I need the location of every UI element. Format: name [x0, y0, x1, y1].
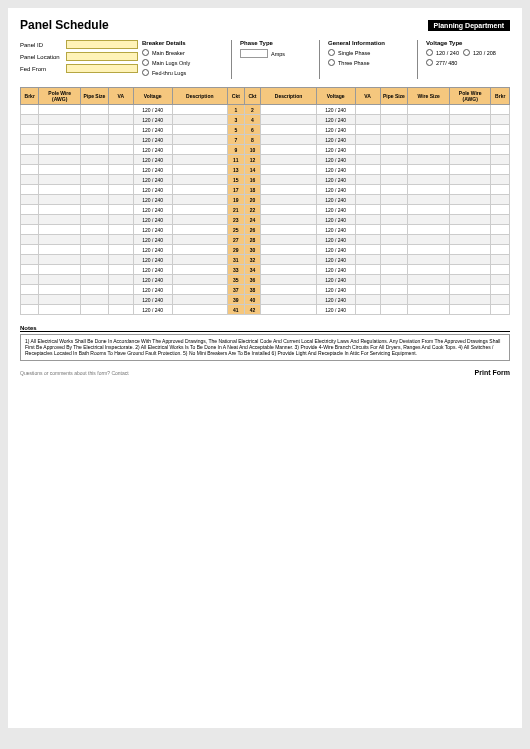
va-cell[interactable] — [108, 205, 133, 215]
brkr-cell[interactable] — [491, 285, 510, 295]
wire-cell[interactable] — [408, 125, 450, 135]
desc-cell[interactable] — [172, 125, 227, 135]
wire-cell[interactable] — [408, 105, 450, 115]
desc-cell[interactable] — [172, 165, 227, 175]
brkr-cell[interactable] — [491, 145, 510, 155]
volt-277-480-radio[interactable] — [426, 59, 433, 66]
pipe-cell[interactable] — [380, 255, 408, 265]
pipe-cell[interactable] — [380, 275, 408, 285]
panel-location-input[interactable] — [66, 52, 138, 61]
polewire-cell[interactable] — [449, 105, 491, 115]
brkr-cell[interactable] — [491, 155, 510, 165]
va-cell[interactable] — [108, 165, 133, 175]
va-cell[interactable] — [108, 115, 133, 125]
brkr-cell[interactable] — [21, 175, 39, 185]
polewire-cell[interactable] — [39, 215, 81, 225]
pipe-cell[interactable] — [81, 135, 109, 145]
polewire-cell[interactable] — [39, 155, 81, 165]
three-phase-radio[interactable] — [328, 59, 335, 66]
brkr-cell[interactable] — [491, 205, 510, 215]
volt-120-240-radio[interactable] — [426, 49, 433, 56]
polewire-cell[interactable] — [449, 255, 491, 265]
va-cell[interactable] — [355, 135, 380, 145]
polewire-cell[interactable] — [39, 225, 81, 235]
wire-cell[interactable] — [408, 305, 450, 315]
brkr-cell[interactable] — [21, 205, 39, 215]
polewire-cell[interactable] — [39, 145, 81, 155]
pipe-cell[interactable] — [81, 245, 109, 255]
wire-cell[interactable] — [408, 235, 450, 245]
polewire-cell[interactable] — [39, 265, 81, 275]
pipe-cell[interactable] — [380, 285, 408, 295]
brkr-cell[interactable] — [491, 255, 510, 265]
pipe-cell[interactable] — [81, 165, 109, 175]
brkr-cell[interactable] — [21, 145, 39, 155]
brkr-cell[interactable] — [491, 305, 510, 315]
polewire-cell[interactable] — [449, 155, 491, 165]
polewire-cell[interactable] — [449, 245, 491, 255]
pipe-cell[interactable] — [380, 135, 408, 145]
pipe-cell[interactable] — [380, 125, 408, 135]
polewire-cell[interactable] — [449, 125, 491, 135]
desc-cell[interactable] — [261, 195, 316, 205]
desc-cell[interactable] — [261, 135, 316, 145]
desc-cell[interactable] — [261, 175, 316, 185]
pipe-cell[interactable] — [380, 205, 408, 215]
brkr-cell[interactable] — [491, 125, 510, 135]
pipe-cell[interactable] — [81, 195, 109, 205]
wire-cell[interactable] — [408, 175, 450, 185]
wire-cell[interactable] — [408, 185, 450, 195]
desc-cell[interactable] — [261, 235, 316, 245]
desc-cell[interactable] — [172, 185, 227, 195]
pipe-cell[interactable] — [81, 235, 109, 245]
va-cell[interactable] — [108, 235, 133, 245]
va-cell[interactable] — [355, 255, 380, 265]
wire-cell[interactable] — [408, 205, 450, 215]
pipe-cell[interactable] — [81, 275, 109, 285]
brkr-cell[interactable] — [21, 255, 39, 265]
va-cell[interactable] — [355, 245, 380, 255]
pipe-cell[interactable] — [380, 165, 408, 175]
desc-cell[interactable] — [261, 145, 316, 155]
polewire-cell[interactable] — [449, 235, 491, 245]
va-cell[interactable] — [108, 145, 133, 155]
va-cell[interactable] — [108, 245, 133, 255]
va-cell[interactable] — [108, 155, 133, 165]
polewire-cell[interactable] — [39, 255, 81, 265]
polewire-cell[interactable] — [39, 105, 81, 115]
polewire-cell[interactable] — [39, 195, 81, 205]
print-button[interactable]: Print Form — [475, 369, 510, 376]
desc-cell[interactable] — [172, 105, 227, 115]
brkr-cell[interactable] — [491, 295, 510, 305]
desc-cell[interactable] — [261, 285, 316, 295]
pipe-cell[interactable] — [380, 305, 408, 315]
wire-cell[interactable] — [408, 265, 450, 275]
va-cell[interactable] — [355, 185, 380, 195]
brkr-cell[interactable] — [491, 245, 510, 255]
desc-cell[interactable] — [261, 305, 316, 315]
wire-cell[interactable] — [408, 245, 450, 255]
desc-cell[interactable] — [261, 295, 316, 305]
volt-120-208-radio[interactable] — [463, 49, 470, 56]
desc-cell[interactable] — [172, 155, 227, 165]
pipe-cell[interactable] — [380, 215, 408, 225]
panel-id-input[interactable] — [66, 40, 138, 49]
main-breaker-radio[interactable] — [142, 49, 149, 56]
pipe-cell[interactable] — [81, 115, 109, 125]
pipe-cell[interactable] — [380, 175, 408, 185]
polewire-cell[interactable] — [39, 295, 81, 305]
polewire-cell[interactable] — [39, 235, 81, 245]
desc-cell[interactable] — [261, 275, 316, 285]
pipe-cell[interactable] — [81, 255, 109, 265]
desc-cell[interactable] — [172, 225, 227, 235]
desc-cell[interactable] — [172, 145, 227, 155]
desc-cell[interactable] — [172, 135, 227, 145]
pipe-cell[interactable] — [81, 125, 109, 135]
polewire-cell[interactable] — [449, 165, 491, 175]
va-cell[interactable] — [355, 225, 380, 235]
pipe-cell[interactable] — [380, 155, 408, 165]
pipe-cell[interactable] — [81, 215, 109, 225]
brkr-cell[interactable] — [21, 215, 39, 225]
pipe-cell[interactable] — [380, 105, 408, 115]
va-cell[interactable] — [108, 175, 133, 185]
